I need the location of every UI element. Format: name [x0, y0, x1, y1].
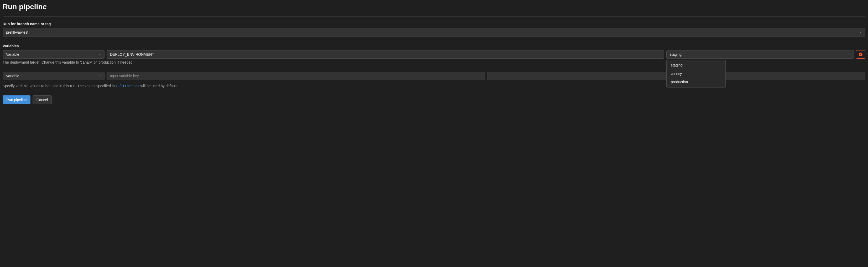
variable-type-value: Variable	[6, 74, 19, 78]
branch-label: Run for branch name or tag	[3, 22, 865, 26]
info-text: Specify variable values to be used in th…	[3, 84, 865, 88]
dropdown-option-canary[interactable]: canary	[666, 69, 725, 78]
variable-row: Variable	[3, 72, 865, 80]
variable-type-value: Variable	[6, 52, 19, 57]
cancel-button[interactable]: Cancel	[33, 95, 52, 104]
chevron-down-icon	[848, 53, 850, 56]
divider	[3, 16, 865, 17]
variable-value: staging	[670, 52, 682, 57]
chevron-down-icon	[98, 75, 101, 77]
branch-select[interactable]: prefill-var-test	[3, 28, 865, 36]
run-pipeline-button[interactable]: Run pipeline	[3, 95, 30, 104]
chevron-down-icon	[859, 31, 862, 34]
dropdown-option-staging[interactable]: staging	[666, 61, 725, 69]
value-dropdown-menu: staging canary production	[666, 60, 726, 88]
variable-type-select[interactable]: Variable	[3, 72, 104, 80]
variable-row: Variable staging staging canary producti…	[3, 50, 865, 59]
chevron-down-icon	[98, 53, 101, 56]
branch-value: prefill-var-test	[6, 30, 28, 34]
close-circle-icon	[859, 52, 863, 57]
variable-helper-text: The deployment target. Change this varia…	[3, 60, 865, 64]
variable-key-input[interactable]	[106, 72, 485, 80]
variables-label: Variables	[3, 44, 865, 48]
variable-type-select[interactable]: Variable	[3, 50, 104, 59]
dropdown-option-production[interactable]: production	[666, 78, 725, 86]
page-title: Run pipeline	[3, 3, 865, 11]
cicd-settings-link[interactable]: CI/CD settings	[116, 84, 140, 88]
variable-key-input[interactable]	[106, 50, 664, 59]
remove-variable-button[interactable]	[856, 50, 865, 59]
variable-value-select[interactable]: staging	[666, 50, 854, 59]
